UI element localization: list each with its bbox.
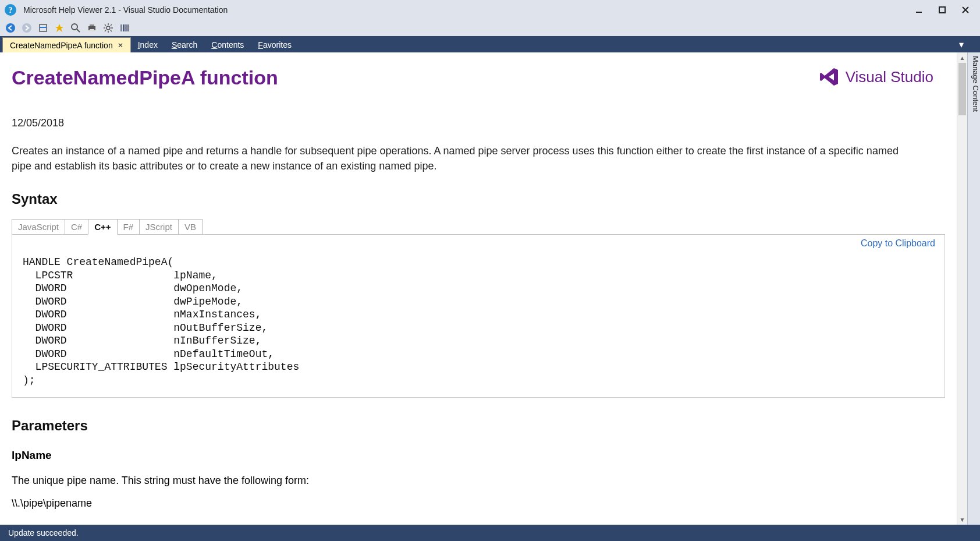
tab-label: CreateNamedPipeA function [10,41,113,50]
print-button[interactable] [86,22,98,34]
svg-line-21 [105,30,106,31]
lang-tab-vb[interactable]: VB [178,219,203,235]
logo-text: Visual Studio [846,68,933,86]
tab-index[interactable]: Index [131,37,165,52]
manage-content-sidetab[interactable]: Manage Content [967,52,980,525]
window-title: Microsoft Help Viewer 2.1 - Visual Studi… [23,5,914,15]
svg-point-14 [106,26,110,30]
param-form-lpname: \\.\pipe\pipename [12,497,92,509]
back-button[interactable] [5,22,16,34]
favorite-add-button[interactable] [54,22,65,34]
lang-tab-jscript[interactable]: JScript [139,219,179,235]
param-name-lpname: lpName [12,449,945,462]
svg-rect-3 [939,7,945,13]
svg-text:?: ? [9,6,13,15]
tab-contents[interactable]: Contents [204,37,251,52]
page-description: Creates an instance of a named pipe and … [12,143,919,174]
app-icon: ? [3,3,17,17]
scroll-thumb[interactable] [958,63,966,115]
tab-search[interactable]: Search [165,37,204,52]
tab-overflow-icon[interactable]: ▾ [959,39,964,50]
lang-tab-cpp[interactable]: C++ [88,219,117,235]
lang-tab-csharp[interactable]: C# [65,219,88,235]
lang-tab-fsharp[interactable]: F# [117,219,140,235]
svg-rect-13 [90,29,94,31]
svg-point-7 [22,23,31,33]
svg-rect-23 [120,24,122,31]
svg-point-9 [72,24,77,30]
svg-line-20 [111,30,112,31]
scroll-track[interactable] [957,63,967,514]
status-bar: Update succeeded. [0,525,980,541]
close-button[interactable] [960,5,971,15]
tab-document-active[interactable]: CreateNamedPipeA function ✕ [2,37,131,52]
titlebar: ? Microsoft Help Viewer 2.1 - Visual Stu… [0,0,980,20]
lang-tab-javascript[interactable]: JavaScript [12,219,65,235]
parameters-heading: Parameters [12,418,945,434]
scroll-down-arrow[interactable]: ▼ [957,514,967,525]
find-button[interactable] [70,22,81,34]
home-button[interactable] [37,22,49,34]
svg-line-22 [111,24,112,26]
svg-rect-26 [127,24,129,31]
scroll-up-arrow[interactable]: ▲ [957,52,967,63]
code-block: Copy to Clipboard HANDLE CreateNamedPipe… [12,234,945,398]
svg-point-6 [6,23,15,33]
library-button[interactable] [119,22,130,34]
visual-studio-logo: Visual Studio [819,66,933,87]
settings-button[interactable] [102,22,114,34]
page-date: 12/05/2018 [12,117,945,129]
vertical-scrollbar[interactable]: ▲ ▼ [957,52,967,525]
maximize-button[interactable] [937,5,947,15]
page-title: CreateNamedPipeA function [12,66,945,89]
svg-rect-12 [90,24,94,26]
toolbar [0,20,980,36]
forward-button[interactable] [21,22,33,34]
svg-line-19 [105,24,106,26]
nav-tabstrip: CreateNamedPipeA function ✕ Index Search… [0,36,980,52]
status-text: Update succeeded. [8,528,79,538]
tab-favorites[interactable]: Favorites [251,37,299,52]
svg-rect-24 [123,24,125,31]
svg-rect-25 [125,24,127,31]
copy-to-clipboard-link[interactable]: Copy to Clipboard [861,238,935,249]
svg-line-10 [77,29,80,32]
content-area: Visual Studio CreateNamedPipeA function … [0,52,967,525]
syntax-heading: Syntax [12,191,945,207]
language-tabs: JavaScript C# C++ F# JScript VB [12,219,945,235]
minimize-button[interactable] [914,5,924,15]
code-content: HANDLE CreateNamedPipeA( LPCSTR lpName, … [23,256,934,387]
param-desc-lpname: The unique pipe name. This string must h… [12,475,945,487]
tab-close-icon[interactable]: ✕ [118,41,123,49]
